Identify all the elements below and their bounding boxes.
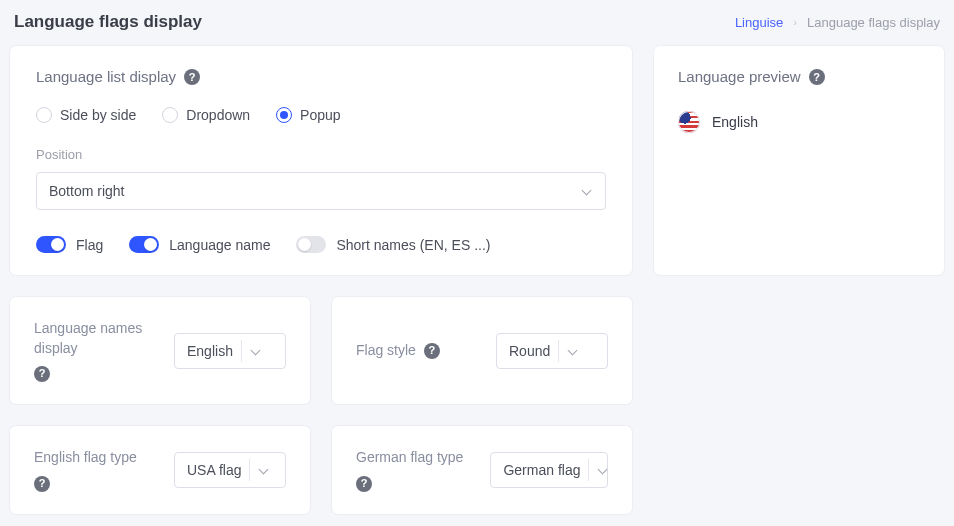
radio-label: Dropdown bbox=[186, 107, 250, 123]
select-english-flag-type[interactable]: USA flag bbox=[174, 452, 286, 488]
card-language-preview: Language preview ? English bbox=[654, 46, 944, 275]
toggle-label: Short names (EN, ES ...) bbox=[336, 237, 490, 253]
toggle-label: Language name bbox=[169, 237, 270, 253]
help-icon[interactable]: ? bbox=[809, 69, 825, 85]
position-label: Position bbox=[36, 147, 606, 162]
select-value: Round bbox=[509, 343, 550, 359]
select-value: USA flag bbox=[187, 462, 241, 478]
help-icon[interactable]: ? bbox=[34, 476, 50, 492]
position-select[interactable]: Bottom right bbox=[36, 172, 606, 210]
select-flag-style[interactable]: Round bbox=[496, 333, 608, 369]
radio-dot-icon bbox=[36, 107, 52, 123]
mini-label-text: Flag style bbox=[356, 341, 416, 361]
divider bbox=[558, 340, 559, 362]
help-icon[interactable]: ? bbox=[356, 476, 372, 492]
section-title-preview: Language preview bbox=[678, 68, 801, 85]
select-value: English bbox=[187, 343, 233, 359]
radio-dot-icon bbox=[162, 107, 178, 123]
mini-label-text: German flag type bbox=[356, 448, 463, 468]
chevron-down-icon bbox=[250, 345, 262, 357]
mini-label-text: Language names display bbox=[34, 319, 158, 358]
chevron-right-icon: › bbox=[793, 16, 797, 28]
chevron-down-icon bbox=[597, 464, 599, 476]
help-icon[interactable]: ? bbox=[424, 343, 440, 359]
display-mode-radios: Side by side Dropdown Popup bbox=[36, 107, 606, 123]
card-flag-style: Flag style ? Round bbox=[332, 297, 632, 404]
switch-icon bbox=[129, 236, 159, 253]
chevron-down-icon bbox=[567, 345, 579, 357]
radio-dot-icon bbox=[276, 107, 292, 123]
radio-side-by-side[interactable]: Side by side bbox=[36, 107, 136, 123]
help-icon[interactable]: ? bbox=[34, 366, 50, 382]
divider bbox=[241, 340, 242, 362]
radio-popup[interactable]: Popup bbox=[276, 107, 340, 123]
card-german-flag-type: German flag type ? German flag bbox=[332, 426, 632, 514]
radio-dropdown[interactable]: Dropdown bbox=[162, 107, 250, 123]
breadcrumb-root-link[interactable]: Linguise bbox=[735, 15, 783, 30]
select-language-names-display[interactable]: English bbox=[174, 333, 286, 369]
toggle-short-names[interactable]: Short names (EN, ES ...) bbox=[296, 236, 490, 253]
flag-usa-icon bbox=[678, 111, 700, 133]
card-language-names-display: Language names display ? English bbox=[10, 297, 310, 404]
card-english-flag-type: English flag type ? USA flag bbox=[10, 426, 310, 514]
toggle-language-name[interactable]: Language name bbox=[129, 236, 270, 253]
preview-language-text: English bbox=[712, 114, 758, 130]
radio-label: Side by side bbox=[60, 107, 136, 123]
section-title-language-list: Language list display bbox=[36, 68, 176, 85]
breadcrumb: Linguise › Language flags display bbox=[735, 15, 940, 30]
toggle-label: Flag bbox=[76, 237, 103, 253]
toggle-flag[interactable]: Flag bbox=[36, 236, 103, 253]
chevron-down-icon bbox=[258, 464, 270, 476]
page-title: Language flags display bbox=[14, 12, 202, 32]
switch-icon bbox=[296, 236, 326, 253]
breadcrumb-current: Language flags display bbox=[807, 15, 940, 30]
card-language-list-display: Language list display ? Side by side Dro… bbox=[10, 46, 632, 275]
radio-label: Popup bbox=[300, 107, 340, 123]
position-select-value: Bottom right bbox=[49, 183, 124, 199]
help-icon[interactable]: ? bbox=[184, 69, 200, 85]
divider bbox=[249, 459, 250, 481]
switch-icon bbox=[36, 236, 66, 253]
select-value: German flag bbox=[503, 462, 580, 478]
mini-label-text: English flag type bbox=[34, 448, 137, 468]
chevron-down-icon bbox=[581, 185, 593, 197]
select-german-flag-type[interactable]: German flag bbox=[490, 452, 608, 488]
